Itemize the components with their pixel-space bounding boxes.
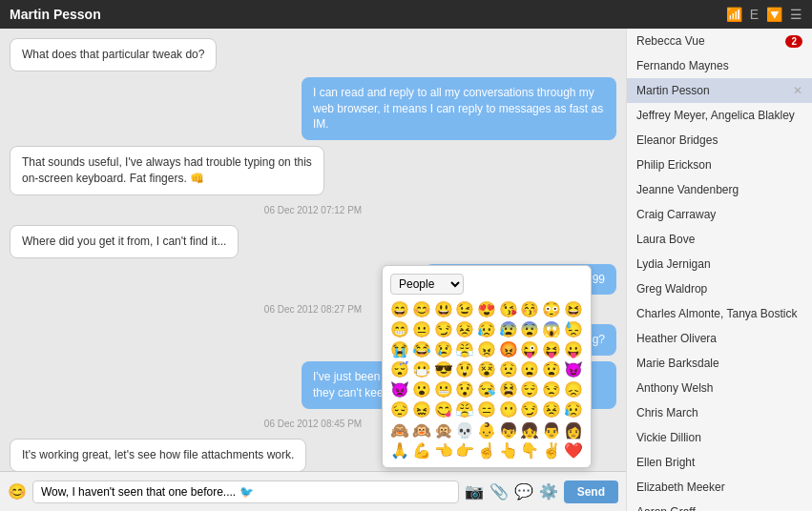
bubble-icon[interactable]: 💬 [514,482,533,501]
emoji-item[interactable]: 😍 [477,300,497,318]
sidebar-item-ellen-bright[interactable]: Ellen Bright [627,450,812,475]
emoji-item[interactable]: 😔 [390,400,410,419]
emoji-item[interactable]: 😬 [433,380,453,399]
emoji-item[interactable]: 😊 [412,300,432,318]
sidebar-item-philip-erickson[interactable]: Philip Erickson [627,153,812,177]
emoji-item[interactable]: 😷 [412,360,432,378]
emoji-item[interactable]: 👦 [498,421,518,439]
sidebar-item-eleanor-bridges[interactable]: Eleanor Bridges [627,128,812,153]
sidebar-item-aaron-graff[interactable]: Aaron Graff [627,500,812,511]
emoji-item[interactable]: 😏 [433,320,453,338]
emoji-item[interactable]: 👿 [390,380,410,399]
sidebar-item-craig-carraway[interactable]: Craig Carraway [627,202,812,227]
emoji-item[interactable]: 👶 [477,421,497,439]
emoji-item[interactable]: 😓 [563,320,583,338]
send-button[interactable]: Send [564,480,618,503]
emoji-item[interactable]: 😟 [498,360,518,378]
emoji-item[interactable]: 😥 [563,400,583,419]
sidebar-item-rebecca-vue[interactable]: Rebecca Vue 2 [627,29,812,53]
emoji-item[interactable]: 😈 [563,360,583,378]
emoji-item[interactable]: 😘 [498,300,518,318]
emoji-item[interactable]: 😎 [433,360,453,378]
emoji-trigger-icon[interactable]: 😊 [8,482,27,501]
emoji-item[interactable]: 😂 [412,340,432,358]
sidebar-item-chris-march[interactable]: Chris March [627,400,812,425]
emoji-item[interactable]: 😱 [542,320,562,338]
emoji-item[interactable]: 😛 [563,340,583,358]
close-icon[interactable]: ✕ [793,84,802,97]
emoji-item[interactable]: ☝️ [477,441,497,460]
emoji-item[interactable]: 😤 [455,340,475,358]
emoji-item[interactable]: 😨 [520,320,540,338]
sidebar-item-lydia-jernigan[interactable]: Lydia Jernigan [627,252,812,276]
emoji-item[interactable]: 😌 [520,380,540,399]
emoji-item[interactable]: 😒 [542,380,562,399]
emoji-item[interactable]: 😫 [498,380,518,399]
sidebar-item-jeffrey-angelica[interactable]: Jeffrey Meyer, Angelica Blakley [627,103,812,128]
emoji-item[interactable]: 😰 [498,320,518,338]
emoji-item[interactable]: 🙉 [412,421,432,439]
emoji-item[interactable]: 👉 [455,441,475,460]
emoji-item[interactable]: 😝 [542,340,562,358]
emoji-item[interactable]: 😤 [455,400,475,419]
emoji-item[interactable]: 😡 [498,340,518,358]
sidebar-item-heather-olivera[interactable]: Heather Olivera [627,326,812,351]
emoji-item[interactable]: ❤️ [563,441,583,460]
sidebar-item-martin-pesson[interactable]: Martin Pesson ✕ [627,78,812,103]
emoji-item[interactable]: 😄 [390,300,410,318]
emoji-item[interactable]: 😴 [390,360,410,378]
emoji-item[interactable]: 🙏 [390,441,410,460]
settings-icon[interactable]: ⚙️ [539,482,558,501]
emoji-item[interactable]: 💪 [412,441,432,460]
emoji-item[interactable]: 👩 [563,421,583,439]
emoji-item[interactable]: 😉 [455,300,475,318]
sidebar-item-anthony-welsh[interactable]: Anthony Welsh [627,376,812,400]
emoji-item[interactable]: 😖 [412,400,432,419]
emoji-item[interactable]: 🙈 [390,421,410,439]
emoji-item[interactable]: 👧 [520,421,540,439]
sidebar-item-marie-barksdale[interactable]: Marie Barksdale [627,351,812,376]
emoji-item[interactable]: 😮 [412,380,432,399]
emoji-item[interactable]: 😯 [455,380,475,399]
emoji-item[interactable]: 😋 [433,400,453,419]
emoji-item[interactable]: 👨 [542,421,562,439]
sidebar-item-greg-waldrop[interactable]: Greg Waldrop [627,276,812,301]
sidebar-item-laura-bove[interactable]: Laura Bove [627,227,812,252]
emoji-item[interactable]: 😢 [433,340,453,358]
emoji-item[interactable]: 😪 [477,380,497,399]
emoji-item[interactable]: 😵 [477,360,497,378]
emoji-item[interactable]: 😑 [477,400,497,419]
camera-icon[interactable]: 📷 [465,482,484,501]
emoji-item[interactable]: 😶 [498,400,518,419]
sidebar-item-elizabeth-meeker[interactable]: Elizabeth Meeker [627,475,812,500]
emoji-item[interactable]: 😠 [477,340,497,358]
emoji-item[interactable]: 😞 [563,380,583,399]
emoji-item[interactable]: 🙊 [433,421,453,439]
sidebar-item-fernando-maynes[interactable]: Fernando Maynes [627,53,812,78]
emoji-item[interactable]: 😆 [563,300,583,318]
emoji-item[interactable]: 😣 [455,320,475,338]
emoji-category-select[interactable]: People Nature Objects Places Symbols [390,274,464,295]
emoji-item[interactable]: 😃 [433,300,453,318]
emoji-item[interactable]: 😭 [390,340,410,358]
emoji-item[interactable]: 😣 [542,400,562,419]
emoji-item[interactable]: 😜 [520,340,540,358]
attachment-icon[interactable]: 📎 [489,482,509,501]
emoji-item[interactable]: 😁 [390,320,410,338]
sidebar-item-jeanne-vandenberg[interactable]: Jeanne Vandenberg [627,177,812,202]
emoji-item[interactable]: 👆 [498,441,518,460]
emoji-item[interactable]: 😥 [477,320,497,338]
sidebar-item-charles-tanya[interactable]: Charles Almonte, Tanya Bostick [627,301,812,326]
emoji-item[interactable]: 👈 [433,441,453,460]
emoji-item[interactable]: 😚 [520,300,540,318]
emoji-item[interactable]: 😳 [542,300,562,318]
sidebar-item-vickie-dillion[interactable]: Vickie Dillion [627,425,812,450]
emoji-item[interactable]: 💀 [455,421,475,439]
message-input[interactable] [32,480,459,503]
emoji-item[interactable]: 😧 [542,360,562,378]
emoji-item[interactable]: ✌️ [542,441,562,460]
emoji-item[interactable]: 😐 [412,320,432,338]
emoji-item[interactable]: 😦 [520,360,540,378]
emoji-item[interactable]: 😲 [455,360,475,378]
emoji-item[interactable]: 👇 [520,441,540,460]
